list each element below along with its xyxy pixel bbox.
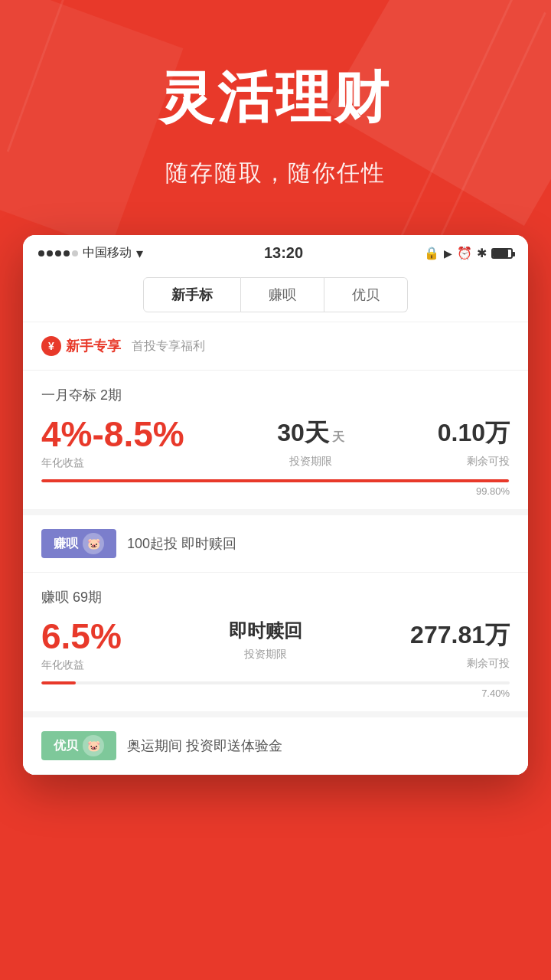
zhuanxun-badge-label: 赚呗 xyxy=(54,536,78,552)
xinshouzhuanxiang-header: ¥ 新手专享 首投专享福利 xyxy=(23,322,528,371)
product-card-1[interactable]: 一月夺标 2期 4%-8.5% 年化收益 30天 天 投资期限 xyxy=(23,371,528,515)
period-value: 30天 天 xyxy=(277,416,344,450)
yield-stat: 4%-8.5% 年化收益 xyxy=(41,416,184,470)
period-stat-2: 即时赎回 投资期限 xyxy=(229,619,302,662)
lock-icon: 🔒 xyxy=(424,246,439,260)
zhuanxun-desc: 100起投 即时赎回 xyxy=(127,534,236,553)
period-value-2: 即时赎回 xyxy=(229,619,302,643)
dot2 xyxy=(47,250,53,256)
badge-label: 新手专享 xyxy=(66,337,121,355)
dot3 xyxy=(55,250,61,256)
yield-value: 4%-8.5% xyxy=(41,416,184,452)
signal-dots xyxy=(38,250,78,256)
period-stat: 30天 天 投资期限 xyxy=(277,416,344,469)
progress-bar-2 xyxy=(41,681,510,684)
phone-mockup: 中国移动 ▾ 13:20 🔒 ▶ ⏰ ✱ 新手标 赚呗 xyxy=(23,235,528,775)
zhuanxun-badge-icon: 🐷 xyxy=(83,533,104,554)
yield-label: 年化收益 xyxy=(41,456,184,470)
yield-stat-2: 6.5% 年化收益 xyxy=(41,619,122,672)
product-card-2[interactable]: 赚呗 69期 6.5% 年化收益 即时赎回 投资期限 xyxy=(23,573,528,717)
dot5 xyxy=(72,250,78,256)
dot4 xyxy=(64,250,70,256)
product-stats-2: 6.5% 年化收益 即时赎回 投资期限 277.81万 xyxy=(41,619,510,672)
tab-zhuanxun[interactable]: 赚呗 xyxy=(241,277,324,312)
badge-desc: 首投专享福利 xyxy=(132,338,205,354)
product-title-2: 赚呗 69期 xyxy=(41,588,510,606)
yield-label-2: 年化收益 xyxy=(41,658,122,672)
zhuanxun-header: 赚呗 🐷 100起投 即时赎回 xyxy=(23,515,528,573)
location-icon: ▶ xyxy=(444,247,452,260)
remaining-label: 剩余可投 xyxy=(438,455,510,469)
period-label: 投资期限 xyxy=(277,455,344,469)
remaining-value-2: 277.81万 xyxy=(410,619,510,652)
progress-fill-2 xyxy=(41,681,76,684)
alarm-icon: ⏰ xyxy=(457,246,472,260)
progress-label-1: 99.80% xyxy=(41,485,510,497)
progress-label-2: 7.40% xyxy=(41,688,510,699)
youbei-header: 优贝 🐷 奥运期间 投资即送体验金 xyxy=(23,717,528,775)
remaining-stat: 0.10万 剩余可投 xyxy=(438,416,510,469)
status-left: 中国移动 ▾ xyxy=(38,245,143,262)
wifi-icon: ▾ xyxy=(136,245,143,262)
battery-icon xyxy=(491,248,513,259)
progress-container-1: 99.80% xyxy=(41,479,510,497)
dot1 xyxy=(38,250,44,256)
xinshouzhuanxiang-badge: ¥ 新手专享 xyxy=(41,336,121,356)
hero-section: 灵活理财 随存随取，随你任性 xyxy=(0,0,551,235)
period-label-2: 投资期限 xyxy=(229,648,302,662)
progress-fill-1 xyxy=(41,479,509,482)
tab-youbei[interactable]: 优贝 xyxy=(324,277,408,312)
badge-icon: ¥ xyxy=(41,336,61,356)
status-bar: 中国移动 ▾ 13:20 🔒 ▶ ⏰ ✱ xyxy=(23,235,528,268)
main-content: ¥ 新手专享 首投专享福利 一月夺标 2期 4%-8.5% 年化收益 xyxy=(23,322,528,775)
carrier-label: 中国移动 xyxy=(83,245,132,261)
status-right: 🔒 ▶ ⏰ ✱ xyxy=(424,246,513,260)
youbei-desc: 奥运期间 投资即送体验金 xyxy=(127,737,282,755)
remaining-value: 0.10万 xyxy=(438,416,510,450)
hero-subtitle: 随存随取，随你任性 xyxy=(31,158,520,189)
product-title-1: 一月夺标 2期 xyxy=(41,386,510,404)
bluetooth-icon: ✱ xyxy=(477,246,487,260)
hero-title: 灵活理财 xyxy=(31,61,520,135)
remaining-stat-2: 277.81万 剩余可投 xyxy=(410,619,510,671)
zhuanxun-badge: 赚呗 🐷 xyxy=(41,529,116,558)
product-stats-1: 4%-8.5% 年化收益 30天 天 投资期限 0.10万 xyxy=(41,416,510,470)
tab-xinshubiao[interactable]: 新手标 xyxy=(143,277,241,312)
progress-bar-1 xyxy=(41,479,510,482)
remaining-label-2: 剩余可投 xyxy=(410,657,510,671)
tab-bar: 新手标 赚呗 优贝 xyxy=(23,268,528,322)
youbei-badge-label: 优贝 xyxy=(54,738,78,754)
progress-container-2: 7.40% xyxy=(41,681,510,699)
status-time: 13:20 xyxy=(264,244,303,262)
youbei-badge: 优贝 🐷 xyxy=(41,731,116,760)
yield-value-2: 6.5% xyxy=(41,619,122,654)
youbei-badge-icon: 🐷 xyxy=(83,735,104,756)
